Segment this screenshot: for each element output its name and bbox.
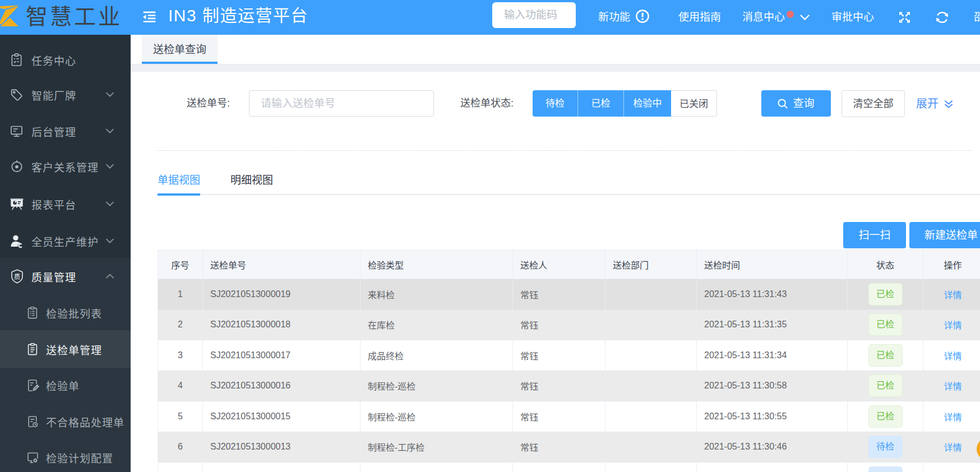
svg-text:质: 质	[14, 273, 20, 280]
